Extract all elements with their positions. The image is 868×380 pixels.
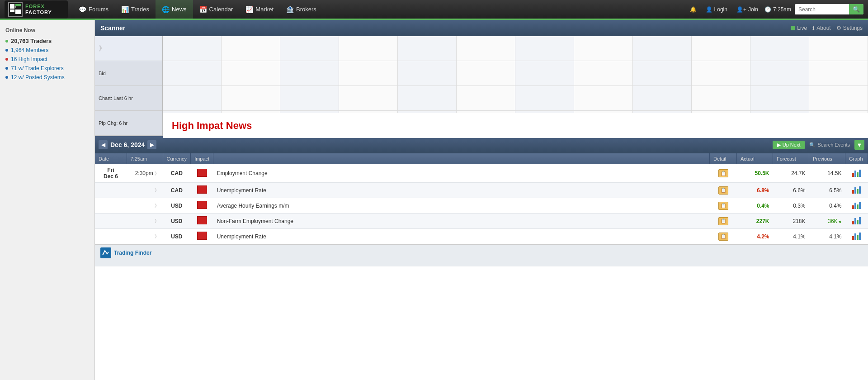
event-name[interactable]: Employment Change xyxy=(213,164,710,183)
calendar-panel: ◀ Dec 6, 2024 ▶ ▶ Up Next 🔍 Search Event… xyxy=(95,136,868,244)
event-graph[interactable] xyxy=(845,214,868,229)
scanner-cell xyxy=(163,61,222,86)
th-impact: Impact xyxy=(191,153,213,164)
event-name[interactable]: Average Hourly Earnings m/m xyxy=(213,198,710,214)
nav-trades[interactable]: 📊 Trades xyxy=(115,0,156,19)
notification-bell[interactable]: 🔔 xyxy=(687,6,699,13)
event-detail[interactable]: 📋 xyxy=(710,214,737,229)
scanner-row-labels: 》 Bid Chart: Last 6 hr Pip Chg: 6 hr xyxy=(95,36,163,136)
event-graph[interactable] xyxy=(845,198,868,214)
event-forecast: 218K xyxy=(773,214,809,229)
online-now-title: Online Now xyxy=(0,24,94,36)
filter-button[interactable]: ▼ xyxy=(854,140,864,150)
svg-rect-3 xyxy=(10,10,14,12)
scanner-cell xyxy=(339,86,398,111)
th-detail: Detail xyxy=(710,153,737,164)
event-graph[interactable] xyxy=(845,183,868,198)
trades-icon: 📊 xyxy=(121,6,129,13)
event-detail[interactable]: 📋 xyxy=(710,164,737,183)
search-input[interactable] xyxy=(795,5,849,14)
about-button[interactable]: ℹ About xyxy=(812,25,830,31)
scanner-cell xyxy=(809,86,868,111)
calendar-table: Date 7:25am Currency Impact Detail Actua… xyxy=(95,153,868,244)
high-impact-count[interactable]: 16 High Impact xyxy=(0,55,94,64)
event-name[interactable]: Unemployment Rate xyxy=(213,183,710,198)
event-currency: USD xyxy=(163,229,191,244)
th-forecast: Forecast xyxy=(773,153,809,164)
event-impact xyxy=(191,198,213,214)
filter-icon: ▼ xyxy=(857,142,863,148)
event-graph[interactable] xyxy=(845,229,868,244)
forums-icon: 💬 xyxy=(79,6,86,13)
scanner-panel: Scanner Live ℹ About ⚙ Settings xyxy=(95,20,868,136)
live-button[interactable]: Live xyxy=(791,25,807,31)
calendar-navigation: ◀ Dec 6, 2024 ▶ xyxy=(99,140,156,149)
event-name[interactable]: Unemployment Rate xyxy=(213,229,710,244)
search-button[interactable]: 🔍 xyxy=(849,4,863,14)
event-forecast: 4.1% xyxy=(773,229,809,244)
event-currency: CAD xyxy=(163,183,191,198)
scanner-cell xyxy=(222,86,280,111)
nav-forums[interactable]: 💬 Forums xyxy=(72,0,115,19)
nav-market[interactable]: 📈 Market xyxy=(239,0,280,19)
join-button[interactable]: 👤+ Join xyxy=(734,6,761,13)
scanner-cell xyxy=(633,36,692,61)
event-date xyxy=(95,198,127,214)
event-time: 》 xyxy=(127,229,163,244)
header-row: Date 7:25am Currency Impact Detail Actua… xyxy=(95,153,868,164)
event-previous: 4.1% xyxy=(809,229,845,244)
calendar-right-controls: ▶ Up Next 🔍 Search Events ▼ xyxy=(773,140,864,150)
search-events-button[interactable]: 🔍 Search Events xyxy=(809,142,850,148)
market-icon: 📈 xyxy=(245,6,253,13)
sidebar: Online Now 20,763 Traders 1,964 Members … xyxy=(0,20,95,380)
event-detail[interactable]: 📋 xyxy=(710,198,737,214)
event-graph[interactable] xyxy=(845,164,868,183)
scanner-cell xyxy=(515,86,574,111)
high-impact-banner: High Impat News xyxy=(163,113,868,138)
table-row: 》USDNon-Farm Employment Change📋227K218K3… xyxy=(95,214,868,229)
posted-systems-count[interactable]: 12 w/ Posted Systems xyxy=(0,73,94,82)
bell-icon: 🔔 xyxy=(690,6,697,13)
next-date-button[interactable]: ▶ xyxy=(147,140,156,149)
nav-calendar[interactable]: 📅 Calendar xyxy=(193,0,240,19)
table-row: 》USDUnemployment Rate📋4.2%4.1%4.1% xyxy=(95,229,868,244)
scanner-label-pip-chg: Pip Chg: 6 hr xyxy=(95,111,162,136)
trading-finder-logo[interactable]: Trading Finder xyxy=(100,247,151,258)
scanner-cell xyxy=(574,86,633,111)
members-count[interactable]: 1,964 Members xyxy=(0,46,94,55)
scanner-grid-area: for(let i=0;i<48;i++){ document.write('<… xyxy=(163,36,868,136)
trading-finder-label: Trading Finder xyxy=(114,250,151,256)
th-date: Date xyxy=(95,153,127,164)
event-time: 》 xyxy=(127,183,163,198)
trade-explorers-count[interactable]: 71 w/ Trade Explorers xyxy=(0,64,94,73)
th-time[interactable]: 7:25am xyxy=(127,153,163,164)
scanner-title: Scanner xyxy=(100,24,125,32)
settings-button[interactable]: ⚙ Settings xyxy=(836,25,863,31)
traders-dot xyxy=(5,40,8,43)
about-icon: ℹ xyxy=(812,25,815,31)
search-box[interactable]: 🔍 xyxy=(795,4,863,14)
clock-icon: 🕐 xyxy=(764,6,771,13)
login-button[interactable]: 👤 Login xyxy=(703,6,730,13)
prev-date-button[interactable]: ◀ xyxy=(99,140,108,149)
logo[interactable]: FF FOREX FACTORY xyxy=(5,0,68,19)
scanner-cell xyxy=(457,36,515,61)
live-dot xyxy=(791,26,795,30)
scanner-cell xyxy=(692,36,750,61)
event-impact xyxy=(191,164,213,183)
horizontal-scrollbar[interactable] xyxy=(95,261,868,266)
event-previous: 14.5K xyxy=(809,164,845,183)
event-actual: 0.4% xyxy=(737,198,773,214)
trade-explorers-dot xyxy=(5,67,8,70)
nav-news[interactable]: 🌐 News xyxy=(156,0,193,19)
event-detail[interactable]: 📋 xyxy=(710,183,737,198)
scanner-cell xyxy=(163,86,222,111)
brokers-icon: 🏦 xyxy=(286,6,294,13)
event-name[interactable]: Non-Farm Employment Change xyxy=(213,214,710,229)
scanner-cell xyxy=(280,61,339,86)
event-date xyxy=(95,214,127,229)
event-time: 2:30pm 》 xyxy=(127,164,163,183)
event-detail[interactable]: 📋 xyxy=(710,229,737,244)
nav-brokers[interactable]: 🏦 Brokers xyxy=(280,0,323,19)
up-next-button[interactable]: ▶ Up Next xyxy=(773,141,805,149)
